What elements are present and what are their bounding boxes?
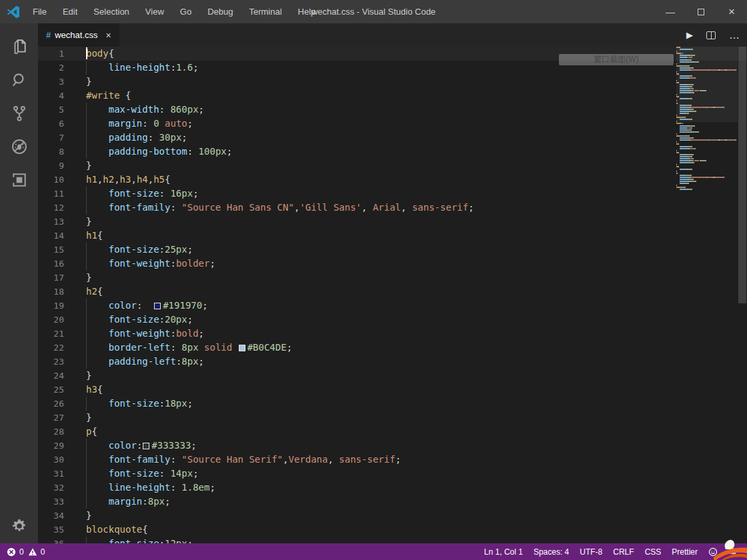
line-number[interactable]: 3 — [38, 75, 75, 89]
line-content[interactable]: font-size: 16px; — [75, 187, 747, 201]
color-swatch[interactable] — [239, 345, 245, 351]
line-number[interactable]: 7 — [38, 131, 75, 145]
code-line[interactable]: 14h1{ — [38, 229, 747, 243]
menu-item-terminal[interactable]: Terminal — [243, 4, 287, 19]
line-number[interactable]: 32 — [38, 481, 75, 495]
code-line[interactable]: 26 font-size:18px; — [38, 397, 747, 411]
code-line[interactable]: 18h2{ — [38, 285, 747, 299]
line-number[interactable]: 10 — [38, 173, 75, 187]
code-line[interactable]: 3} — [38, 75, 747, 89]
line-number[interactable]: 14 — [38, 229, 75, 243]
split-editor-button[interactable] — [706, 31, 716, 39]
menu-item-file[interactable]: File — [27, 4, 52, 19]
line-number[interactable]: 6 — [38, 117, 75, 131]
minimize-button[interactable]: — — [655, 0, 686, 23]
line-content[interactable]: } — [75, 271, 747, 285]
line-content[interactable]: } — [75, 509, 747, 523]
line-number[interactable]: 23 — [38, 355, 75, 369]
problems-warnings[interactable]: 0 — [28, 547, 45, 557]
explorer-icon[interactable] — [0, 30, 38, 63]
extensions-icon[interactable] — [0, 163, 38, 197]
more-actions-button[interactable]: … — [729, 29, 740, 41]
line-number[interactable]: 19 — [38, 299, 75, 313]
code-line[interactable]: 22 border-left: 8px solid #B0C4DE; — [38, 341, 747, 355]
line-content[interactable]: h1{ — [75, 229, 747, 243]
line-number[interactable]: 1 — [38, 47, 75, 61]
status-item-ln-1-col-1[interactable]: Ln 1, Col 1 — [484, 547, 523, 557]
line-number[interactable]: 9 — [38, 159, 75, 173]
code-line[interactable]: 20 font-size:20px; — [38, 313, 747, 327]
code-line[interactable]: 27} — [38, 411, 747, 425]
line-content[interactable]: line-height: 1.8em; — [75, 481, 747, 495]
line-number[interactable]: 33 — [38, 495, 75, 509]
tab-close-icon[interactable]: × — [106, 30, 111, 41]
line-content[interactable]: color:#333333; — [75, 439, 747, 453]
line-content[interactable]: } — [75, 215, 747, 229]
code-line[interactable]: 36 font-size:12px; — [38, 537, 747, 543]
line-number[interactable]: 8 — [38, 145, 75, 159]
menu-item-debug[interactable]: Debug — [202, 4, 238, 19]
line-content[interactable]: font-family: "Source Han Serif",Verdana,… — [75, 453, 747, 467]
line-number[interactable]: 26 — [38, 397, 75, 411]
line-content[interactable]: } — [75, 369, 747, 383]
line-content[interactable]: padding-left:8px; — [75, 355, 747, 369]
line-content[interactable]: h3{ — [75, 383, 747, 397]
status-item-spaces-4[interactable]: Spaces: 4 — [534, 547, 569, 557]
code-line[interactable]: 8 padding-bottom: 100px; — [38, 145, 747, 159]
line-content[interactable]: p{ — [75, 425, 747, 439]
line-content[interactable]: font-size:25px; — [75, 243, 747, 257]
code-line[interactable]: 24} — [38, 369, 747, 383]
status-item-prettier[interactable]: Prettier — [672, 547, 698, 557]
line-number[interactable]: 35 — [38, 523, 75, 537]
line-content[interactable]: #write { — [75, 89, 747, 103]
minimap[interactable] — [676, 47, 738, 543]
line-content[interactable]: blockquote{ — [75, 523, 747, 537]
code-line[interactable]: 6 margin: 0 auto; — [38, 117, 747, 131]
line-content[interactable]: font-weight:bold; — [75, 327, 747, 341]
code-line[interactable]: 35blockquote{ — [38, 523, 747, 537]
line-number[interactable]: 36 — [38, 537, 75, 543]
line-content[interactable]: margin: 0 auto; — [75, 117, 747, 131]
line-number[interactable]: 17 — [38, 271, 75, 285]
line-number[interactable]: 34 — [38, 509, 75, 523]
menu-item-edit[interactable]: Edit — [57, 4, 83, 19]
code-line[interactable]: 30 font-family: "Source Han Serif",Verda… — [38, 453, 747, 467]
menu-item-view[interactable]: View — [140, 4, 169, 19]
code-line[interactable]: 17} — [38, 271, 747, 285]
line-content[interactable]: border-left: 8px solid #B0C4DE; — [75, 341, 747, 355]
code-line[interactable]: 19 color: #191970; — [38, 299, 747, 313]
line-number[interactable]: 30 — [38, 453, 75, 467]
code-line[interactable]: 32 line-height: 1.8em; — [38, 481, 747, 495]
debug-icon[interactable] — [0, 130, 38, 163]
line-content[interactable]: h1,h2,h3,h4,h5{ — [75, 173, 747, 187]
line-content[interactable]: max-width: 860px; — [75, 103, 747, 117]
line-number[interactable]: 29 — [38, 439, 75, 453]
code-line[interactable]: 12 font-family: "Source Han Sans CN",'Gi… — [38, 201, 747, 215]
line-number[interactable]: 28 — [38, 425, 75, 439]
code-line[interactable]: 16 font-weight:bolder; — [38, 257, 747, 271]
line-content[interactable]: } — [75, 75, 747, 89]
code-line[interactable]: 11 font-size: 16px; — [38, 187, 747, 201]
code-line[interactable]: 13} — [38, 215, 747, 229]
line-number[interactable]: 11 — [38, 187, 75, 201]
vertical-scrollbar[interactable] — [738, 47, 747, 543]
code-line[interactable]: 5 max-width: 860px; — [38, 103, 747, 117]
code-editor[interactable]: 1body{2 line-height:1.6;3}4#write {5 max… — [38, 47, 747, 543]
scrollbar-slider[interactable] — [738, 47, 746, 303]
close-button[interactable]: × — [716, 0, 747, 23]
line-number[interactable]: 18 — [38, 285, 75, 299]
line-content[interactable]: font-size:20px; — [75, 313, 747, 327]
line-number[interactable]: 2 — [38, 61, 75, 75]
settings-gear-icon[interactable] — [0, 518, 38, 534]
line-content[interactable]: font-size:12px; — [75, 537, 747, 543]
status-item-css[interactable]: CSS — [645, 547, 662, 557]
code-line[interactable]: 28p{ — [38, 425, 747, 439]
line-content[interactable]: padding-bottom: 100px; — [75, 145, 747, 159]
notifications-bell-icon[interactable] — [728, 547, 738, 557]
line-number[interactable]: 31 — [38, 467, 75, 481]
maximize-button[interactable] — [686, 0, 716, 23]
source-control-icon[interactable] — [0, 97, 38, 130]
code-line[interactable]: 21 font-weight:bold; — [38, 327, 747, 341]
line-number[interactable]: 16 — [38, 257, 75, 271]
problems-errors[interactable]: 0 — [7, 547, 24, 557]
